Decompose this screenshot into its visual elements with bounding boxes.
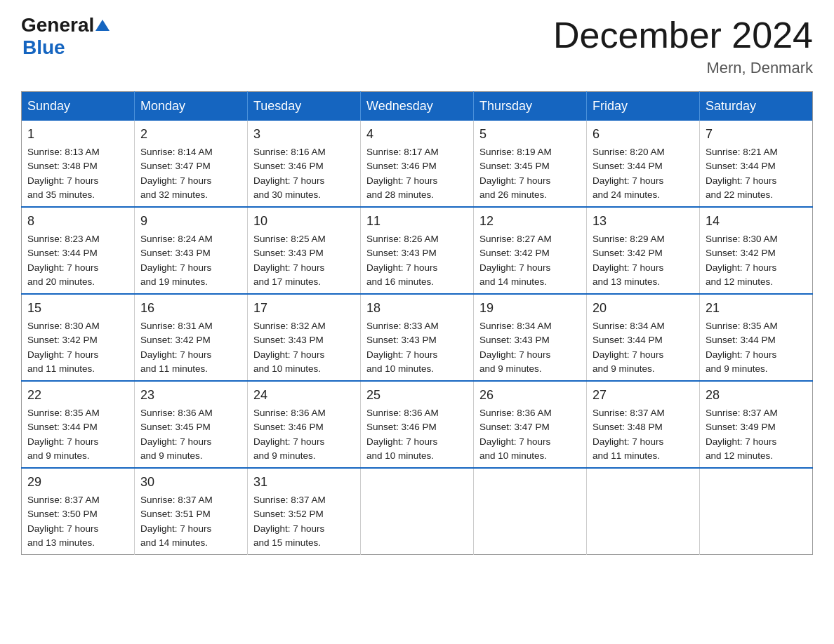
calendar-cell: 2 Sunrise: 8:14 AMSunset: 3:47 PMDayligh… (135, 121, 248, 207)
calendar-cell: 8 Sunrise: 8:23 AMSunset: 3:44 PMDayligh… (22, 207, 135, 294)
day-info: Sunrise: 8:24 AMSunset: 3:43 PMDaylight:… (140, 234, 213, 287)
day-number: 25 (366, 386, 468, 405)
page-header: General Blue December 2024 Mern, Denmark (21, 14, 813, 77)
day-info: Sunrise: 8:30 AMSunset: 3:42 PMDaylight:… (27, 321, 100, 374)
calendar-cell: 27 Sunrise: 8:37 AMSunset: 3:48 PMDaylig… (587, 381, 700, 468)
week-row-1: 1 Sunrise: 8:13 AMSunset: 3:48 PMDayligh… (22, 121, 813, 207)
day-info: Sunrise: 8:20 AMSunset: 3:44 PMDaylight:… (593, 147, 665, 200)
calendar-table: Sunday Monday Tuesday Wednesday Thursday… (21, 91, 813, 555)
day-info: Sunrise: 8:32 AMSunset: 3:43 PMDaylight:… (253, 321, 326, 374)
calendar-cell: 14 Sunrise: 8:30 AMSunset: 3:42 PMDaylig… (700, 207, 813, 294)
day-info: Sunrise: 8:37 AMSunset: 3:51 PMDaylight:… (140, 495, 213, 548)
calendar-cell: 20 Sunrise: 8:34 AMSunset: 3:44 PMDaylig… (587, 294, 700, 381)
day-number: 19 (479, 299, 581, 318)
day-info: Sunrise: 8:31 AMSunset: 3:42 PMDaylight:… (140, 321, 213, 374)
day-number: 4 (366, 125, 468, 144)
calendar-cell (474, 468, 587, 555)
day-number: 21 (706, 299, 807, 318)
calendar-cell: 24 Sunrise: 8:36 AMSunset: 3:46 PMDaylig… (248, 381, 361, 468)
header-sunday: Sunday (22, 92, 135, 121)
header-thursday: Thursday (474, 92, 587, 121)
header-tuesday: Tuesday (248, 92, 361, 121)
day-info: Sunrise: 8:19 AMSunset: 3:45 PMDaylight:… (479, 147, 552, 200)
day-info: Sunrise: 8:36 AMSunset: 3:46 PMDaylight:… (253, 408, 326, 461)
day-number: 30 (140, 473, 241, 492)
logo-general-text: General (21, 14, 94, 36)
logo: General Blue (21, 14, 110, 59)
calendar-cell: 18 Sunrise: 8:33 AMSunset: 3:43 PMDaylig… (361, 294, 474, 381)
day-info: Sunrise: 8:34 AMSunset: 3:43 PMDaylight:… (479, 321, 552, 374)
calendar-cell: 30 Sunrise: 8:37 AMSunset: 3:51 PMDaylig… (135, 468, 248, 555)
day-info: Sunrise: 8:29 AMSunset: 3:42 PMDaylight:… (593, 234, 665, 287)
day-info: Sunrise: 8:27 AMSunset: 3:42 PMDaylight:… (479, 234, 552, 287)
calendar-cell: 3 Sunrise: 8:16 AMSunset: 3:46 PMDayligh… (248, 121, 361, 207)
calendar-cell: 22 Sunrise: 8:35 AMSunset: 3:44 PMDaylig… (22, 381, 135, 468)
day-info: Sunrise: 8:23 AMSunset: 3:44 PMDaylight:… (27, 234, 100, 287)
day-info: Sunrise: 8:37 AMSunset: 3:48 PMDaylight:… (593, 408, 665, 461)
calendar-cell (361, 468, 474, 555)
day-number: 18 (366, 299, 468, 318)
calendar-cell: 7 Sunrise: 8:21 AMSunset: 3:44 PMDayligh… (700, 121, 813, 207)
calendar-cell: 17 Sunrise: 8:32 AMSunset: 3:43 PMDaylig… (248, 294, 361, 381)
day-info: Sunrise: 8:17 AMSunset: 3:46 PMDaylight:… (366, 147, 439, 200)
day-number: 29 (27, 473, 128, 492)
calendar-cell: 28 Sunrise: 8:37 AMSunset: 3:49 PMDaylig… (700, 381, 813, 468)
calendar-cell: 10 Sunrise: 8:25 AMSunset: 3:43 PMDaylig… (248, 207, 361, 294)
day-info: Sunrise: 8:37 AMSunset: 3:49 PMDaylight:… (706, 408, 778, 461)
day-number: 10 (253, 212, 355, 231)
header-monday: Monday (135, 92, 248, 121)
day-number: 31 (253, 473, 355, 492)
day-info: Sunrise: 8:34 AMSunset: 3:44 PMDaylight:… (593, 321, 665, 374)
day-number: 27 (593, 386, 694, 405)
day-info: Sunrise: 8:26 AMSunset: 3:43 PMDaylight:… (366, 234, 439, 287)
week-row-4: 22 Sunrise: 8:35 AMSunset: 3:44 PMDaylig… (22, 381, 813, 468)
calendar-cell (587, 468, 700, 555)
weekday-header-row: Sunday Monday Tuesday Wednesday Thursday… (22, 92, 813, 121)
day-number: 15 (27, 299, 128, 318)
calendar-cell: 5 Sunrise: 8:19 AMSunset: 3:45 PMDayligh… (474, 121, 587, 207)
calendar-subtitle: Mern, Denmark (553, 59, 813, 77)
day-info: Sunrise: 8:16 AMSunset: 3:46 PMDaylight:… (253, 147, 326, 200)
header-wednesday: Wednesday (361, 92, 474, 121)
calendar-cell: 29 Sunrise: 8:37 AMSunset: 3:50 PMDaylig… (22, 468, 135, 555)
day-number: 14 (706, 212, 807, 231)
day-info: Sunrise: 8:13 AMSunset: 3:48 PMDaylight:… (27, 147, 100, 200)
day-number: 17 (253, 299, 355, 318)
day-number: 9 (140, 212, 241, 231)
day-info: Sunrise: 8:35 AMSunset: 3:44 PMDaylight:… (27, 408, 100, 461)
day-info: Sunrise: 8:30 AMSunset: 3:42 PMDaylight:… (706, 234, 778, 287)
calendar-cell: 1 Sunrise: 8:13 AMSunset: 3:48 PMDayligh… (22, 121, 135, 207)
calendar-cell: 9 Sunrise: 8:24 AMSunset: 3:43 PMDayligh… (135, 207, 248, 294)
calendar-cell: 16 Sunrise: 8:31 AMSunset: 3:42 PMDaylig… (135, 294, 248, 381)
calendar-cell: 21 Sunrise: 8:35 AMSunset: 3:44 PMDaylig… (700, 294, 813, 381)
day-number: 23 (140, 386, 241, 405)
day-info: Sunrise: 8:36 AMSunset: 3:46 PMDaylight:… (366, 408, 439, 461)
day-number: 3 (253, 125, 355, 144)
day-number: 13 (593, 212, 694, 231)
svg-marker-0 (95, 20, 110, 31)
day-info: Sunrise: 8:21 AMSunset: 3:44 PMDaylight:… (706, 147, 778, 200)
day-info: Sunrise: 8:25 AMSunset: 3:43 PMDaylight:… (253, 234, 326, 287)
calendar-cell: 19 Sunrise: 8:34 AMSunset: 3:43 PMDaylig… (474, 294, 587, 381)
calendar-cell: 12 Sunrise: 8:27 AMSunset: 3:42 PMDaylig… (474, 207, 587, 294)
day-number: 6 (593, 125, 694, 144)
calendar-cell: 6 Sunrise: 8:20 AMSunset: 3:44 PMDayligh… (587, 121, 700, 207)
day-info: Sunrise: 8:36 AMSunset: 3:45 PMDaylight:… (140, 408, 213, 461)
calendar-cell: 4 Sunrise: 8:17 AMSunset: 3:46 PMDayligh… (361, 121, 474, 207)
day-number: 24 (253, 386, 355, 405)
calendar-cell (700, 468, 813, 555)
day-number: 5 (479, 125, 581, 144)
day-number: 26 (479, 386, 581, 405)
day-info: Sunrise: 8:33 AMSunset: 3:43 PMDaylight:… (366, 321, 439, 374)
day-number: 12 (479, 212, 581, 231)
calendar-cell: 25 Sunrise: 8:36 AMSunset: 3:46 PMDaylig… (361, 381, 474, 468)
calendar-cell: 11 Sunrise: 8:26 AMSunset: 3:43 PMDaylig… (361, 207, 474, 294)
title-section: December 2024 Mern, Denmark (553, 14, 813, 77)
calendar-cell: 13 Sunrise: 8:29 AMSunset: 3:42 PMDaylig… (587, 207, 700, 294)
day-number: 1 (27, 125, 128, 144)
calendar-cell: 26 Sunrise: 8:36 AMSunset: 3:47 PMDaylig… (474, 381, 587, 468)
calendar-title: December 2024 (553, 14, 813, 56)
day-info: Sunrise: 8:35 AMSunset: 3:44 PMDaylight:… (706, 321, 778, 374)
day-info: Sunrise: 8:37 AMSunset: 3:52 PMDaylight:… (253, 495, 326, 548)
calendar-cell: 15 Sunrise: 8:30 AMSunset: 3:42 PMDaylig… (22, 294, 135, 381)
